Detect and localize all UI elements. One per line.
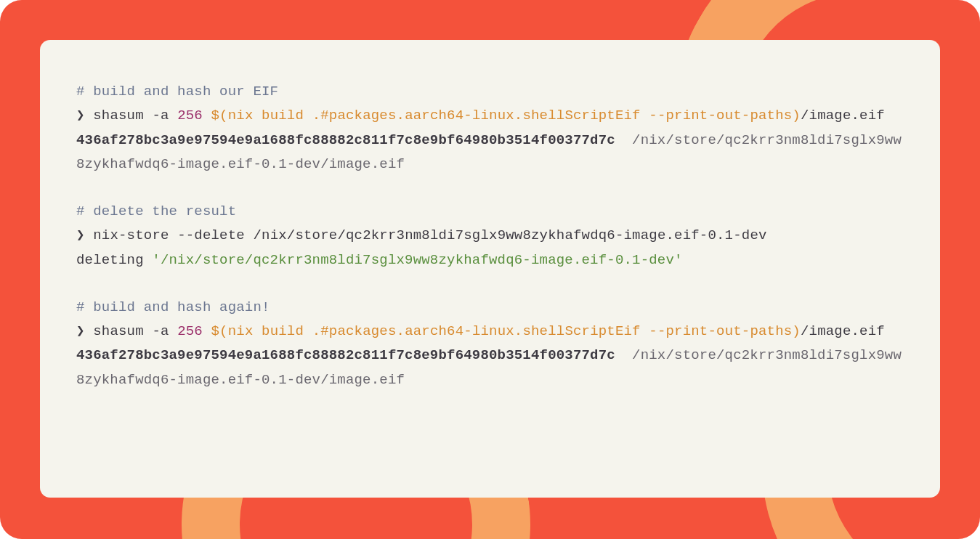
cmd-text: /image.eif [801, 323, 885, 339]
comment-line: # build and hash again! [76, 299, 270, 315]
code-panel: # build and hash our EIF ❯ shasum -a 256… [40, 40, 940, 498]
comment-line: # delete the result [76, 203, 236, 219]
cmd-number: 256 [177, 323, 203, 339]
cmd-text: nix-store --delete /nix/store/qc2krr3nm8… [85, 227, 767, 243]
cmd-substitution: $(nix build .#packages.aarch64-linux.she… [211, 323, 801, 339]
cmd-text: shasum -a [85, 108, 178, 123]
output-gap [615, 132, 632, 148]
output-text: deleting [76, 252, 152, 268]
cmd-text [203, 108, 211, 123]
output-hash: 436af278bc3a9e97594e9a1688fc88882c811f7c… [76, 132, 615, 148]
cmd-substitution: $(nix build .#packages.aarch64-linux.she… [211, 108, 801, 123]
cmd-text: /image.eif [801, 108, 885, 123]
blank-line [76, 272, 904, 296]
blank-line [76, 177, 904, 200]
cmd-text: shasum -a [85, 323, 178, 339]
output-string: '/nix/store/qc2krr3nm8ldi7sglx9ww8zykhaf… [152, 252, 682, 268]
output-gap [615, 347, 632, 363]
output-hash: 436af278bc3a9e97594e9a1688fc88882c811f7c… [76, 347, 615, 363]
comment-line: # build and hash our EIF [76, 84, 278, 100]
shell-prompt-icon: ❯ [76, 323, 85, 339]
cmd-number: 256 [177, 108, 203, 123]
shell-prompt-icon: ❯ [76, 227, 85, 243]
code-card-outer: # build and hash our EIF ❯ shasum -a 256… [0, 0, 980, 539]
cmd-text [203, 323, 211, 339]
shell-prompt-icon: ❯ [76, 108, 85, 123]
code-content: # build and hash our EIF ❯ shasum -a 256… [76, 80, 904, 392]
